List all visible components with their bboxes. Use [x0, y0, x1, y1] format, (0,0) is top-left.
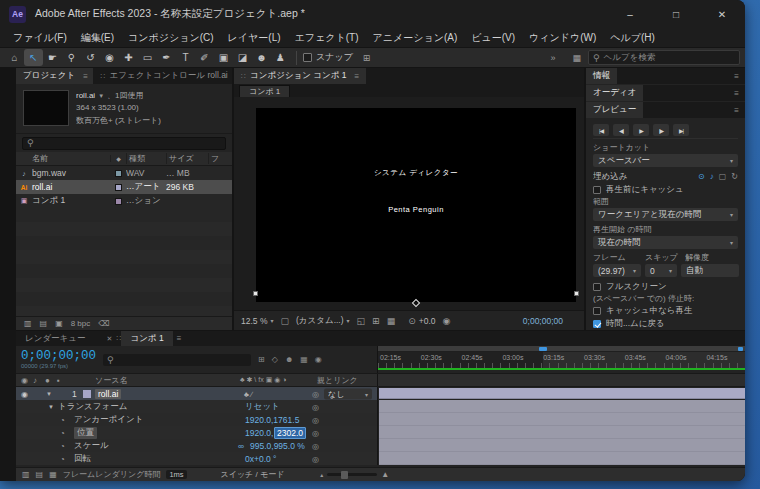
eye-column-icon[interactable]: ◉: [21, 376, 28, 385]
preview-resolution-dropdown[interactable]: 自動: [681, 264, 739, 277]
group-twirl-icon[interactable]: ▼: [48, 404, 54, 410]
tab-info[interactable]: 情報: [586, 68, 617, 84]
include-overlays-icon[interactable]: ▢: [719, 172, 727, 181]
audio-column-icon[interactable]: ♪: [33, 376, 37, 385]
source-name-column[interactable]: ソース名: [95, 375, 127, 386]
type-tool-icon[interactable]: T: [176, 49, 195, 66]
region-of-interest-icon[interactable]: ◱: [357, 316, 366, 326]
stopwatch-icon[interactable]: ◔: [60, 428, 65, 437]
stopwatch-icon[interactable]: ◔: [60, 454, 65, 463]
transform-reset-link[interactable]: リセット: [245, 401, 280, 413]
shortcut-dropdown[interactable]: スペースバー ▾: [593, 154, 738, 167]
stopwatch-icon[interactable]: ◔: [60, 415, 65, 424]
usage-dropdown-icon[interactable]: ▼: [98, 93, 104, 99]
snap-options-icon[interactable]: ⊞: [363, 53, 371, 63]
workspace-icon[interactable]: ▦: [572, 53, 581, 63]
layer-selection-block[interactable]: [379, 400, 745, 465]
scale-row[interactable]: ◔ スケール ∞ 995.0,995.0 % ◎: [16, 439, 378, 452]
orbit-camera-tool-icon[interactable]: ↺: [81, 49, 100, 66]
grid-options-icon[interactable]: ⊞: [372, 316, 380, 326]
include-video-icon[interactable]: ⊙: [698, 172, 705, 181]
anchor-point-value[interactable]: 1920.0,1761.5: [245, 415, 299, 425]
anchor-point-marker[interactable]: [412, 299, 420, 307]
panel-menu-icon[interactable]: ≡: [734, 72, 739, 81]
layer-name[interactable]: roll.ai: [95, 389, 121, 399]
rotation-row[interactable]: ◔ 回転 0x+0.0 ° ◎: [16, 452, 378, 465]
label-color-chip[interactable]: [110, 170, 126, 177]
close-tab-icon[interactable]: ✕: [107, 335, 113, 343]
zoom-out-icon[interactable]: ▴: [320, 471, 323, 478]
hand-tool-icon[interactable]: ☛: [43, 49, 62, 66]
pan-behind-tool-icon[interactable]: ✚: [119, 49, 138, 66]
column-name[interactable]: 名前: [16, 153, 110, 164]
play-cached-row[interactable]: キャッシュ中なら再生: [593, 304, 738, 317]
pickwhip-icon[interactable]: ◎: [312, 415, 319, 424]
zoom-in-icon[interactable]: ▲: [381, 470, 389, 479]
cache-before-checkbox[interactable]: [593, 186, 601, 194]
anchor-point-row[interactable]: ◔ アンカーポイント 1920.0,1761.5 ◎: [16, 413, 378, 426]
time-ruler[interactable]: 02:15s 02:30s 02:45s 03:00s 03:15s 03:30…: [378, 346, 745, 373]
maximize-button[interactable]: □: [653, 0, 699, 28]
layer-handle-left[interactable]: [253, 291, 258, 296]
panel-menu-icon[interactable]: ≡: [177, 334, 182, 343]
zoom-slider[interactable]: [327, 473, 377, 476]
position-x-value[interactable]: 1920.0,: [245, 428, 273, 438]
constrain-link-icon[interactable]: ∞: [238, 441, 244, 451]
toggle-inout-pane-icon[interactable]: ▦: [49, 470, 57, 479]
solo-column-icon[interactable]: ●: [45, 376, 50, 385]
overflow-chevron-icon[interactable]: »: [550, 53, 555, 63]
menu-effect[interactable]: エフェクト(T): [288, 31, 366, 45]
transform-group-row[interactable]: ▼ トランスフォーム リセット ◎: [16, 400, 378, 413]
return-time-row[interactable]: 時間...ムに戻る: [593, 317, 738, 330]
play-cached-checkbox[interactable]: [593, 307, 601, 315]
parent-link-column[interactable]: 親とリンク: [317, 375, 358, 386]
last-frame-button[interactable]: ▶|: [673, 124, 689, 136]
panel-menu-icon[interactable]: ≡: [734, 89, 739, 98]
safe-margins-icon[interactable]: ▢: [280, 316, 289, 326]
new-folder-icon[interactable]: ▤: [40, 319, 48, 328]
camera-tool-icon[interactable]: ◉: [100, 49, 119, 66]
composition-viewer[interactable]: システム ディレクター Penta Penguin: [234, 97, 584, 310]
layer-duration-bar[interactable]: [379, 388, 745, 399]
menu-help[interactable]: ヘルプ(H): [603, 31, 662, 45]
label-color-chip[interactable]: [110, 184, 126, 191]
rotation-label[interactable]: 回転: [74, 453, 91, 465]
first-frame-button[interactable]: |◀: [593, 124, 609, 136]
transform-group-label[interactable]: トランスフォーム: [58, 401, 127, 413]
selection-tool-icon[interactable]: ↖: [24, 49, 43, 66]
navigator-end-handle[interactable]: [738, 347, 743, 351]
cache-before-row[interactable]: 再生前にキャッシュ: [593, 183, 738, 196]
pickwhip-icon[interactable]: ◎: [312, 428, 319, 437]
brush-tool-icon[interactable]: ✐: [195, 49, 214, 66]
tab-audio[interactable]: オーディオ: [586, 85, 643, 101]
roto-brush-tool-icon[interactable]: ☻: [252, 49, 271, 66]
close-button[interactable]: ✕: [699, 0, 745, 28]
column-size[interactable]: サイズ: [166, 153, 208, 164]
layer-color-chip[interactable]: [83, 390, 91, 398]
include-audio-icon[interactable]: ♪: [710, 172, 714, 181]
panel-menu-icon[interactable]: ≡: [355, 72, 360, 81]
position-label[interactable]: 位置: [74, 427, 97, 439]
home-tool-icon[interactable]: ⌂: [5, 49, 24, 66]
menu-animation[interactable]: アニメーション(A): [365, 31, 464, 45]
snapshot-icon[interactable]: ◉: [442, 316, 450, 326]
column-extra[interactable]: フ: [208, 153, 232, 164]
draft-3d-icon[interactable]: ◇: [272, 355, 278, 364]
position-y-value-editing[interactable]: 2302.0: [274, 427, 306, 439]
project-search-input[interactable]: ⚲: [22, 137, 226, 150]
tab-preview[interactable]: プレビュー: [586, 102, 643, 118]
panel-menu-icon[interactable]: ≡: [83, 72, 88, 81]
pickwhip-icon[interactable]: ◎: [312, 402, 319, 411]
viewer-tab-comp1[interactable]: コンポ 1: [239, 85, 290, 97]
skip-dropdown[interactable]: 0 ▾: [645, 264, 677, 277]
zoom-slider-handle[interactable]: [341, 471, 348, 479]
timeline-zoom-control[interactable]: ▴ ▲: [320, 470, 389, 479]
layer-handle-right[interactable]: [574, 291, 579, 296]
viewer-timecode[interactable]: 0;00;00;00: [523, 316, 563, 326]
project-item-roll[interactable]: Ai roll.ai …アート 296 KB: [16, 180, 232, 194]
exposure-control[interactable]: ⊙ +0.0: [408, 316, 435, 326]
loop-icon[interactable]: ↻: [731, 172, 738, 181]
layer-twirl-icon[interactable]: ▼: [46, 391, 52, 397]
eraser-tool-icon[interactable]: ◪: [233, 49, 252, 66]
range-dropdown[interactable]: ワークエリアと現在の時間 ▾: [593, 208, 738, 221]
